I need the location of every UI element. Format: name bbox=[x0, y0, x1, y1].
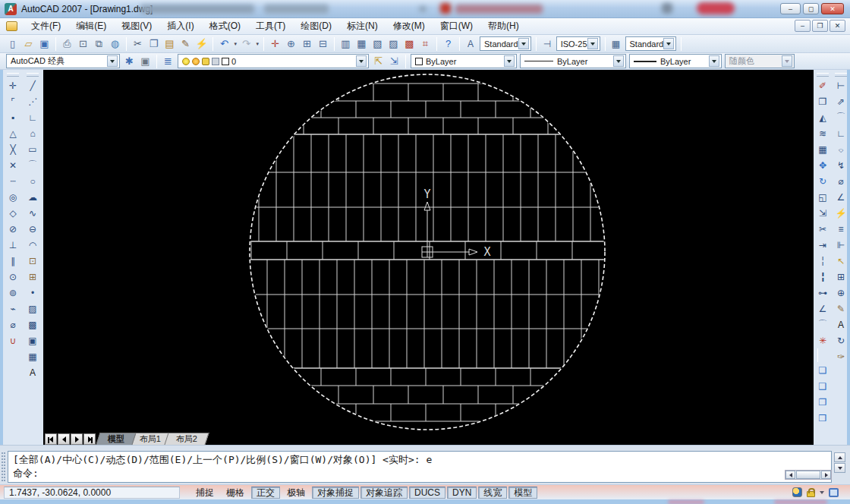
dyn-toggle[interactable]: DYN bbox=[447, 487, 477, 499]
chevron-down-icon[interactable] bbox=[663, 38, 674, 49]
chevron-down-icon[interactable] bbox=[613, 55, 624, 67]
ortho-toggle[interactable]: 正交 bbox=[251, 487, 280, 499]
hatch-button[interactable]: ▨ bbox=[24, 301, 41, 317]
snap-perpendicular-button[interactable]: ⊥ bbox=[5, 237, 21, 253]
ducs-toggle[interactable]: DUCS bbox=[409, 487, 445, 499]
snap-extension-button[interactable]: ┄ bbox=[5, 173, 21, 189]
osnap-settings-button[interactable]: ∪ bbox=[5, 332, 21, 348]
chevron-down-icon[interactable] bbox=[356, 55, 367, 67]
lineweight-combo[interactable]: ByLayer bbox=[629, 54, 722, 68]
sheet-set-manager-button[interactable]: ▨ bbox=[386, 36, 401, 52]
osnap-toggle[interactable]: 对象捕捉 bbox=[312, 487, 359, 499]
toolbar-grip[interactable] bbox=[27, 73, 39, 77]
mirror-button[interactable]: ◭ bbox=[814, 109, 831, 125]
make-object-layer-current-button[interactable]: ⇱ bbox=[370, 54, 386, 69]
polygon-button[interactable]: ⌂ bbox=[24, 125, 41, 141]
quickcalc-button[interactable]: ⌗ bbox=[417, 36, 433, 52]
erase-button[interactable]: ✐ bbox=[814, 77, 831, 93]
dimension-update-button[interactable]: ↻ bbox=[833, 332, 849, 348]
help-button[interactable]: ? bbox=[440, 36, 456, 52]
ellipse-button[interactable]: ⊖ bbox=[24, 221, 41, 237]
trim-button[interactable]: ✂ bbox=[814, 221, 831, 237]
command-horizontal-scrollbar[interactable] bbox=[785, 470, 832, 480]
chevron-down-icon[interactable] bbox=[107, 55, 118, 67]
snap-none-button[interactable]: ⌀ bbox=[5, 317, 21, 332]
break-button[interactable]: ╏ bbox=[814, 269, 831, 285]
layer-combo[interactable]: 0 bbox=[178, 54, 369, 68]
chevron-down-icon[interactable] bbox=[504, 55, 515, 67]
zoom-previous-button[interactable]: ⊟ bbox=[315, 36, 331, 52]
center-mark-button[interactable]: ⊕ bbox=[833, 285, 849, 301]
tray-menu-arrow-icon[interactable] bbox=[820, 491, 824, 494]
dimension-style-button[interactable]: ✑ bbox=[833, 348, 849, 364]
workspace-combo[interactable]: AutoCAD 经典 bbox=[6, 54, 120, 68]
temp-track-point-button[interactable]: ✛ bbox=[5, 77, 21, 93]
snap-quadrant-button[interactable]: ◇ bbox=[5, 205, 21, 221]
3d-dwf-button[interactable]: ◍ bbox=[107, 36, 123, 52]
plot-preview-button[interactable]: ⊡ bbox=[75, 36, 91, 52]
revcloud-button[interactable]: ☁ bbox=[24, 189, 41, 205]
copy-button[interactable]: ❐ bbox=[146, 36, 162, 52]
gradient-button[interactable]: ▩ bbox=[24, 317, 41, 332]
save-button[interactable]: ▣ bbox=[36, 36, 52, 52]
angular-dimension-button[interactable]: ∠ bbox=[833, 189, 849, 205]
menu-edit[interactable]: 编辑(E) bbox=[68, 18, 114, 34]
menu-format[interactable]: 格式(O) bbox=[202, 18, 248, 34]
menu-tools[interactable]: 工具(T) bbox=[248, 18, 293, 34]
insert-block-button[interactable]: ⊡ bbox=[24, 253, 41, 269]
scroll-right-icon[interactable] bbox=[821, 471, 831, 479]
window-minimize-button[interactable]: – bbox=[780, 3, 801, 14]
radius-dimension-button[interactable]: ⌔ bbox=[833, 141, 849, 157]
menu-dimension[interactable]: 标注(N) bbox=[339, 18, 386, 34]
array-button[interactable]: ▦ bbox=[814, 141, 831, 157]
point-button[interactable]: • bbox=[24, 285, 41, 301]
chevron-down-icon[interactable] bbox=[518, 38, 529, 49]
tab-model[interactable]: 模型 bbox=[96, 433, 136, 445]
first-tab-button[interactable] bbox=[45, 433, 57, 445]
toolbar-grip[interactable] bbox=[7, 73, 19, 77]
snap-from-button[interactable]: ⌜ bbox=[5, 93, 21, 109]
move-button[interactable]: ✥ bbox=[814, 157, 831, 173]
break-at-point-button[interactable]: ╎ bbox=[814, 253, 831, 269]
snap-insert-button[interactable]: ⊙ bbox=[5, 269, 21, 285]
make-block-button[interactable]: ⊞ bbox=[24, 269, 41, 285]
workspace-settings-button[interactable]: ✱ bbox=[121, 54, 137, 69]
circle-button[interactable]: ○ bbox=[24, 173, 41, 189]
chevron-down-icon[interactable] bbox=[587, 38, 598, 49]
arc-button[interactable]: ⌒ bbox=[24, 157, 41, 173]
layer-previous-button[interactable]: ⇲ bbox=[386, 54, 402, 69]
snap-toggle[interactable]: 捕捉 bbox=[190, 487, 219, 499]
quick-leader-button[interactable]: ↖ bbox=[833, 253, 849, 269]
continue-dimension-button[interactable]: ⊩ bbox=[833, 237, 849, 253]
command-window-grip[interactable] bbox=[2, 452, 5, 481]
snap-endpoint-button[interactable]: ▪ bbox=[5, 109, 21, 125]
quick-dimension-button[interactable]: ⚡ bbox=[833, 205, 849, 221]
linetype-combo[interactable]: ByLayer bbox=[520, 54, 626, 68]
open-file-button[interactable]: ▱ bbox=[20, 36, 36, 52]
command-vertical-scrollbar[interactable] bbox=[834, 452, 845, 473]
polyline-button[interactable]: ∟ bbox=[24, 109, 41, 125]
rectangle-button[interactable]: ▭ bbox=[24, 141, 41, 157]
snap-apparent-intersection-button[interactable]: ✕ bbox=[5, 157, 21, 173]
redo-button[interactable]: ↷ bbox=[238, 36, 254, 52]
scroll-left-icon[interactable] bbox=[785, 471, 795, 479]
menu-insert[interactable]: 插入(I) bbox=[159, 18, 201, 34]
paste-button[interactable]: ▤ bbox=[162, 36, 178, 52]
color-combo[interactable]: ByLayer bbox=[411, 54, 517, 68]
extend-button[interactable]: ⇥ bbox=[814, 237, 831, 253]
toolbar-grip[interactable] bbox=[835, 73, 847, 77]
model-toggle[interactable]: 模型 bbox=[508, 487, 537, 499]
dimension-edit-button[interactable]: ✎ bbox=[833, 301, 849, 317]
drawing-file-icon[interactable] bbox=[6, 21, 17, 31]
region-button[interactable]: ▣ bbox=[24, 332, 41, 348]
window-maximize-button[interactable]: ◻ bbox=[803, 3, 819, 14]
lineweight-toggle[interactable]: 线宽 bbox=[478, 487, 507, 499]
rotate-button[interactable]: ↻ bbox=[814, 173, 831, 189]
join-button[interactable]: ⊶ bbox=[814, 285, 831, 301]
dimension-text-edit-button[interactable]: A bbox=[833, 317, 849, 332]
block-editor-button[interactable]: ⚡ bbox=[194, 36, 209, 52]
otrack-toggle[interactable]: 对象追踪 bbox=[360, 487, 408, 499]
next-tab-button[interactable] bbox=[71, 433, 83, 445]
tab-layout2[interactable]: 布局2 bbox=[165, 433, 209, 445]
table-style-combo[interactable]: Standard bbox=[625, 36, 677, 51]
